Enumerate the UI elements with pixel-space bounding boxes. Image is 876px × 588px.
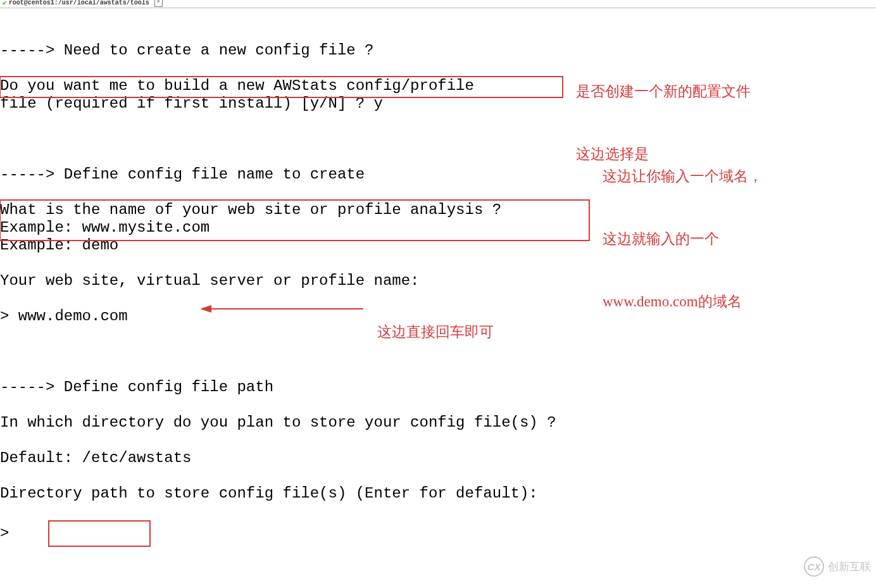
term-line: Directory path to store config file(s) (… [0,485,876,503]
annotation-text: www.demo.com的域名 [603,291,763,312]
arrow-line [211,308,363,310]
check-icon: ✔ [3,0,7,7]
annotation-3: 这边直接回车即可 [370,301,494,342]
annotation-2: 这边让你输入一个域名， 这边就输入的一个 www.demo.com的域名 [603,124,763,333]
term-line-boxed: Do you want me to build a new AWStats co… [0,77,474,95]
term-line [0,343,876,361]
tab-bar: ✔ root@centos1:/usr/local/awstats/tools … [0,0,876,8]
term-line: Default: /etc/awstats [0,449,876,467]
term-line [0,556,876,573]
arrow-left-icon [200,305,363,313]
watermark-logo-icon: CX [804,556,824,577]
prompt-char: > [0,525,9,542]
arrow-head [200,305,211,313]
term-line-boxed: Example: www.mysite.com [0,219,501,237]
annotation-text: 是否创建一个新的配置文件 [576,81,751,102]
highlight-box-3 [48,520,151,547]
annotation-text: 这边让你输入一个域名， [603,166,763,187]
annotation-text: 这边直接回车即可 [377,324,494,340]
tab-title: root@centos1:/usr/local/awstats/tools [9,0,149,6]
watermark: CX 创新互联 [804,556,871,577]
watermark-text: 创新互联 [828,560,871,574]
annotation-text: 这边就输入的一个 [603,228,763,249]
close-icon[interactable]: × [154,0,163,7]
term-prompt-line: > [0,520,876,538]
term-line-boxed: What is the name of your web site or pro… [0,201,501,219]
term-line: In which directory do you plan to store … [0,414,876,432]
terminal-tab[interactable]: ✔ root@centos1:/usr/local/awstats/tools … [0,0,166,8]
tab-underline [0,8,876,8]
term-line: -----> Define config file path [0,378,876,396]
